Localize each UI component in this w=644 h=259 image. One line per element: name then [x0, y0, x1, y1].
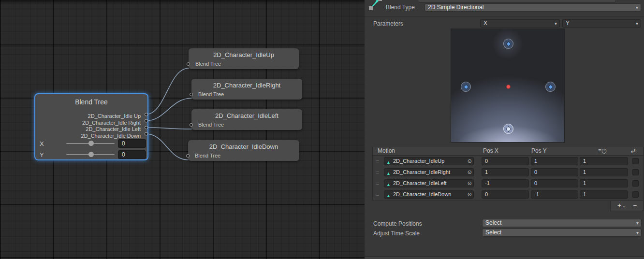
speed-field[interactable]: 1 — [580, 157, 628, 165]
compute-positions-select[interactable]: Select ▾ — [482, 219, 642, 227]
motion-name: 2D_Character_IdleUp — [393, 158, 444, 164]
adjust-time-scale-select[interactable]: Select ▾ — [482, 229, 642, 237]
motion-name: 2D_Character_IdleRight — [393, 169, 450, 175]
preview-position-indicator[interactable] — [506, 85, 511, 89]
object-picker-icon[interactable]: ⊙ — [468, 191, 472, 198]
blendtree-graph-canvas[interactable]: Blend Tree 2D_Character_Idle Up 2D_Chara… — [0, 0, 365, 259]
motion-node-idleleft[interactable]: 2D_Character_IdleLeft Blend Tree — [191, 109, 302, 130]
pos-y-field[interactable]: -1 — [531, 190, 578, 199]
input-port-icon[interactable] — [187, 62, 190, 66]
pos-x-field[interactable]: -1 — [482, 179, 529, 187]
motion-object-field[interactable]: ▲ 2D_Character_IdleRight ⊙ — [384, 168, 474, 176]
parameter-y-value: Y — [566, 20, 570, 27]
motion-node-idledown[interactable]: 2D_Character_IdleDown Blend Tree — [188, 140, 299, 161]
input-port-icon[interactable] — [190, 123, 193, 127]
output-port-icon[interactable] — [145, 132, 148, 136]
y-param-label: Y — [40, 151, 44, 158]
mirror-checkbox[interactable] — [632, 169, 639, 175]
preview-pane-splitter[interactable] — [365, 256, 644, 259]
drag-handle-icon[interactable]: = — [376, 169, 380, 176]
parameter-y-select[interactable]: Y ▾ — [562, 19, 641, 28]
pos-x-field[interactable]: 0 — [482, 157, 529, 165]
pos-x-field[interactable]: 0 — [482, 190, 529, 199]
mirror-checkbox[interactable] — [632, 191, 639, 198]
blend-space-preview[interactable] — [451, 29, 565, 143]
pos-x-field[interactable]: 1 — [482, 168, 529, 176]
node-title: 2D_Character_IdleDown — [188, 140, 299, 150]
chevron-down-icon: ▾ — [555, 20, 557, 27]
parameter-x-select[interactable]: X ▾ — [480, 19, 560, 28]
animator-blendtree-window: Blend Tree 2D_Character_Idle Up 2D_Chara… — [0, 0, 644, 259]
x-slider-thumb[interactable] — [88, 141, 94, 146]
blendtree-inspector: Blend Type 2D Simple Directional ▾ Param… — [365, 0, 644, 259]
mirror-checkbox[interactable] — [632, 158, 639, 164]
motion-diamond-icon — [506, 126, 511, 131]
blendtree-name-field[interactable] — [418, 0, 616, 2]
drag-handle-icon[interactable]: = — [376, 191, 380, 198]
blend-point-idleright[interactable] — [545, 82, 556, 92]
section-divider — [365, 16, 644, 16]
parameters-label: Parameters — [373, 20, 403, 27]
node-outputs: 2D_Character_Idle Up 2D_Character_Idle R… — [35, 111, 147, 137]
speed-field[interactable]: 1 — [580, 168, 628, 176]
drag-handle-icon[interactable]: = — [376, 180, 380, 187]
output-row: 2D_Character_Idle Up — [35, 111, 147, 118]
drag-handle-icon[interactable]: = — [376, 158, 380, 165]
node-subtitle: Blend Tree — [198, 122, 224, 128]
animation-clip-icon: ▲ — [386, 170, 391, 177]
motion-node-idleup[interactable]: 2D_Character_IdleUp Blend Tree — [189, 48, 299, 69]
motion-row: = ▲ 2D_Character_IdleDown ⊙ 0 -1 1 — [373, 189, 643, 200]
blend-type-label: Blend Type — [386, 4, 415, 11]
chevron-down-icon: ▾ — [636, 229, 639, 236]
motion-diamond-icon — [506, 41, 511, 46]
pos-y-field[interactable]: 0 — [531, 179, 578, 187]
mirror-checkbox[interactable] — [632, 180, 639, 187]
output-row: 2D_Character_Idle Left — [35, 124, 147, 131]
compute-positions-value: Select — [485, 219, 501, 226]
motion-diamond-icon — [548, 84, 553, 89]
output-port-icon[interactable] — [145, 119, 148, 123]
blend-point-idledown[interactable] — [503, 124, 513, 134]
y-param-row: Y 0 — [35, 150, 147, 159]
animation-clip-icon: ▲ — [386, 192, 391, 200]
object-picker-icon[interactable]: ⊙ — [468, 180, 472, 187]
motion-list: Motion Pos X Pos Y ≡◷ ⇄ = ▲ 2D_Character… — [372, 146, 644, 201]
animation-clip-icon: ▲ — [386, 159, 391, 166]
x-param-label: X — [40, 140, 44, 147]
input-port-icon[interactable] — [190, 93, 193, 96]
node-title: 2D_Character_IdleUp — [189, 48, 299, 58]
chevron-down-icon: ▾ — [636, 219, 639, 227]
motion-object-field[interactable]: ▲ 2D_Character_IdleDown ⊙ — [384, 190, 474, 199]
input-port-icon[interactable] — [186, 154, 190, 158]
motion-column-header: Motion — [378, 147, 395, 154]
output-port-icon[interactable] — [145, 113, 148, 116]
parameter-x-value: X — [483, 20, 487, 27]
remove-motion-button[interactable]: − — [629, 201, 641, 210]
chevron-down-icon: ▾ — [636, 4, 638, 11]
y-slider-thumb[interactable] — [88, 152, 94, 157]
blend-point-idleup[interactable] — [503, 39, 513, 49]
pos-y-field[interactable]: 0 — [531, 168, 578, 176]
blend-type-select[interactable]: 2D Simple Directional ▾ — [424, 3, 641, 12]
motion-row: = ▲ 2D_Character_IdleUp ⊙ 0 1 1 — [373, 156, 643, 167]
pos-y-field[interactable]: 1 — [531, 157, 578, 165]
speed-field[interactable]: 1 — [580, 190, 628, 199]
motion-object-field[interactable]: ▲ 2D_Character_IdleLeft ⊙ — [384, 179, 474, 187]
output-row: 2D_Character_Idle Right — [35, 118, 147, 125]
motion-list-header: Motion Pos X Pos Y ≡◷ ⇄ — [373, 146, 643, 156]
adjust-time-scale-value: Select — [485, 229, 501, 236]
y-value-field[interactable]: 0 — [118, 150, 146, 159]
motion-object-field[interactable]: ▲ 2D_Character_IdleUp ⊙ — [384, 157, 474, 165]
blend-tree-root-node[interactable]: Blend Tree 2D_Character_Idle Up 2D_Chara… — [35, 94, 147, 159]
x-value-field[interactable]: 0 — [118, 139, 146, 148]
blend-point-idleleft[interactable] — [461, 82, 471, 92]
motion-node-idleright[interactable]: 2D_Character_IdleRight Blend Tree — [191, 79, 302, 100]
output-label: 2D_Character_Idle Down — [81, 133, 141, 139]
speed-field[interactable]: 1 — [580, 179, 628, 187]
node-title: 2D_Character_IdleRight — [191, 79, 302, 89]
output-port-icon[interactable] — [145, 126, 148, 129]
mirror-icon: ⇄ — [631, 147, 636, 154]
compute-positions-label: Compute Positions — [373, 220, 422, 227]
object-picker-icon[interactable]: ⊙ — [468, 169, 472, 176]
object-picker-icon[interactable]: ⊙ — [468, 158, 472, 165]
